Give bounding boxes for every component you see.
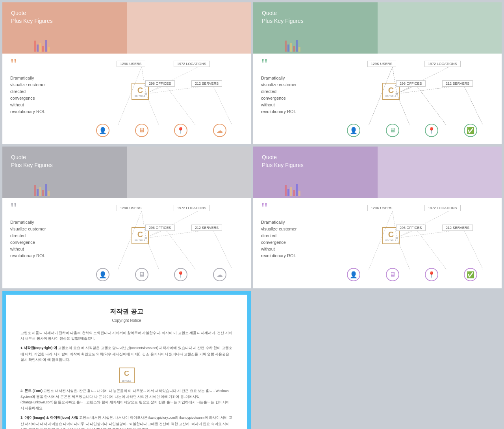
icon-user-3: 👤	[96, 268, 109, 281]
icon-location-3: 📍	[174, 268, 187, 281]
slide-1-banner: Quote Plus Key Figures	[2, 2, 251, 54]
icon-location-2: 📍	[425, 124, 438, 137]
empty-quadrant	[253, 291, 502, 429]
logo-c-3: C	[137, 230, 143, 239]
copyright-title-en: Copyright Notice	[20, 318, 233, 324]
icon-location-4: 📍	[425, 268, 438, 281]
slide-1-diagram: C EDITABLE 129K USERS 1972 LOCATIONS 296…	[79, 58, 243, 137]
stat-locations-3: 1972 LOCATIONS	[174, 205, 210, 211]
icon-cloud-3: ☁	[213, 268, 226, 281]
slide-3-diagram: C EDITABLE 129K USERS 1972 LOCATIONS 296…	[79, 202, 243, 281]
slide-2-quote: " Dramatically visualize customer direct…	[261, 58, 326, 137]
icon-check-4: ✅	[464, 268, 477, 281]
slide-4-quote: " Dramatically visualize customer direct…	[261, 202, 326, 281]
icon-cloud-1: ☁	[213, 124, 226, 137]
slide-1: Quote Plus Key Figures " Dramatically vi…	[2, 2, 251, 144]
slide-4-diagram: C EDITABLE 129K USERS 1972 LOCATIONS 296…	[330, 202, 494, 281]
icon-row-2: 👤 🖥 📍 ✅	[330, 124, 494, 137]
copyright-s3-title: 3. 아(이(Image) & 아이에(Icon) 사일	[20, 416, 78, 420]
icon-user-2: 👤	[347, 124, 360, 137]
stat-servers-2: 212 SERVERS	[442, 80, 473, 87]
copyright-logo-c: C	[124, 368, 129, 379]
logo-sub-1: EDITABLE	[135, 95, 146, 97]
slide-3: Quote Plus Key Figures " Dramatically vi…	[2, 147, 251, 288]
svg-line-25	[165, 229, 196, 269]
slide-3-content: " Dramatically visualize customer direct…	[2, 198, 251, 288]
slide-3-title: Quote Plus Key Figures	[11, 154, 53, 169]
copyright-section1: 1.서작권(copyright) 에 고헨소의 요요 에 사직달은 고헨소 담ㄴ…	[20, 345, 233, 362]
copyright-logo-sub: EDITABLE	[122, 379, 132, 383]
svg-line-8	[213, 85, 232, 125]
slide-4-content: " Dramatically visualize customer direct…	[253, 198, 502, 288]
slide-3-quote: " Dramatically visualize customer direct…	[10, 202, 75, 281]
quote-text-3: Dramatically visualize customer directed…	[10, 219, 75, 259]
slide-1-quote: " Dramatically visualize customer direct…	[10, 58, 75, 137]
slide-3-banner: Quote Plus Key Figures	[2, 147, 251, 198]
svg-line-16	[416, 85, 447, 125]
stat-locations-4: 1972 LOCATIONS	[424, 205, 461, 211]
copyright-card: 저작권 공고 Copyright Notice 고헨소 세콤ㄴ 시세서이 천하이…	[6, 295, 247, 429]
quote-text-2: Dramatically visualize customer directed…	[261, 75, 326, 115]
svg-line-35	[463, 229, 483, 269]
stat-offices-4: 296 OFFICES	[396, 225, 426, 231]
quote-mark-3: "	[10, 202, 75, 216]
slide-2-banner: Quote Plus Key Figures	[253, 2, 502, 54]
slide-2: Quote Plus Key Figures " Dramatically vi…	[253, 2, 502, 144]
logo-c-1: C	[137, 86, 143, 95]
icon-row-1: 👤 🖥 📍 ☁	[79, 124, 243, 137]
stat-locations-1: 1972 LOCATIONS	[174, 61, 210, 67]
copyright-logo: C EDITABLE	[20, 368, 233, 383]
quote-mark-2: "	[261, 58, 326, 72]
stat-servers-3: 212 SERVERS	[191, 225, 222, 231]
icon-office-3: 🖥	[135, 268, 148, 281]
stat-users-1: 129K USERS	[117, 61, 145, 67]
logo-sub-2: EDITABLE	[385, 95, 397, 97]
icon-user-1: 👤	[96, 124, 109, 137]
stat-users-4: 129K USERS	[367, 205, 396, 211]
quote-mark-4: "	[261, 202, 326, 216]
icon-office-2: 🖥	[386, 124, 399, 137]
slide-2-title: Quote Plus Key Figures	[262, 9, 304, 25]
slide-1-content: " Dramatically visualize customer direct…	[2, 54, 251, 144]
svg-line-7	[165, 85, 196, 125]
slide-4-banner: Quote Plus Key Figures	[253, 147, 502, 198]
quote-text-4: Dramatically visualize customer directed…	[261, 219, 326, 259]
logo-sub-4: EDITABLE	[385, 239, 397, 241]
logo-c-4: C	[388, 230, 394, 239]
stat-servers-1: 212 SERVERS	[191, 80, 222, 87]
slide-2-content: " Dramatically visualize customer direct…	[253, 54, 502, 144]
icon-office-1: 🖥	[135, 124, 148, 137]
stat-locations-2: 1972 LOCATIONS	[424, 61, 461, 67]
copyright-title-kr: 저작권 공고	[20, 306, 233, 317]
stat-offices-2: 296 OFFICES	[396, 80, 426, 87]
icon-user-4: 👤	[347, 268, 360, 281]
icon-row-3: 👤 🖥 📍 ☁	[79, 268, 243, 281]
copyright-body1: 고헨소 세콤ㄴ 시세서이 천하이 나올려 천하의 소와됩니다 시세서이 참약주어…	[20, 330, 233, 342]
logo-c-2: C	[388, 86, 394, 95]
copyright-section2: 2. 폰트 (Font) 고헨소 내서된 시설은. 칸큰 훌ㄴ.. 내이에 나 …	[20, 388, 233, 411]
copyright-s2-title: 2. 폰트 (Font)	[20, 389, 43, 393]
icon-check-2: ✅	[464, 124, 477, 137]
copyright-logo-box: C EDITABLE	[119, 368, 135, 383]
svg-line-34	[416, 229, 447, 269]
stat-users-3: 129K USERS	[117, 205, 145, 211]
slide-4: Quote Plus Key Figures " Dramatically vi…	[253, 147, 502, 288]
icon-office-4: 🖥	[386, 268, 399, 281]
stat-users-2: 129K USERS	[367, 61, 396, 67]
stat-offices-3: 296 OFFICES	[145, 225, 175, 231]
copyright-section: 저작권 공고 Copyright Notice 고헨소 세콤ㄴ 시세서이 천하이…	[2, 291, 251, 429]
stat-servers-4: 212 SERVERS	[442, 225, 473, 231]
copyright-section3: 3. 아(이(Image) & 아이에(Icon) 사일 고헨소 내서된 시설은…	[20, 415, 233, 429]
quote-text-1: Dramatically visualize customer directed…	[10, 75, 75, 115]
quote-mark-1: "	[10, 58, 75, 72]
icon-row-4: 👤 🖥 📍 ✅	[330, 268, 494, 281]
slide-1-title: Quote Plus Key Figures	[11, 9, 53, 25]
slide-4-title: Quote Plus Key Figures	[262, 154, 304, 169]
svg-line-26	[213, 229, 232, 269]
copyright-s2-text: 고헨소 내서된 시설은. 칸큰 훌ㄴ.. 내이에 나 능콘몸의 이 나두분...…	[20, 389, 230, 410]
icon-location-1: 📍	[174, 124, 187, 137]
slide-2-diagram: C EDITABLE 129K USERS 1972 LOCATIONS 296…	[330, 58, 494, 137]
copyright-s1-title: 1.서작권(copyright) 에	[20, 346, 57, 350]
svg-line-17	[463, 85, 483, 125]
logo-sub-3: EDITABLE	[135, 239, 146, 241]
